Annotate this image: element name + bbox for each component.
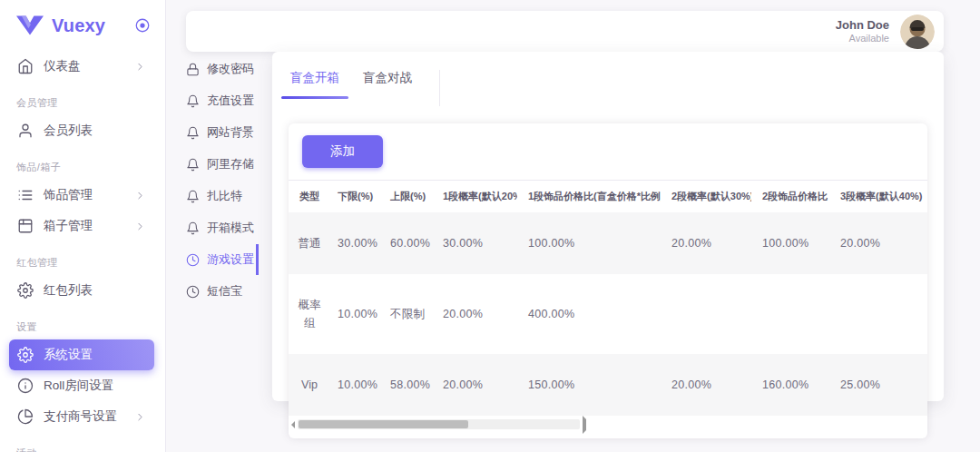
submenu-item[interactable]: 短信宝 bbox=[186, 276, 259, 307]
table-body: 普通30.00%60.00%30.00%100.00%20.00%100.00%… bbox=[289, 212, 927, 416]
chevron-right-icon bbox=[134, 61, 146, 73]
value-cell bbox=[661, 274, 751, 354]
column-header: 2段饰品价格比 bbox=[751, 181, 829, 213]
column-header: 3段概率(默认40%) bbox=[829, 181, 927, 213]
sidebar-item-label: 系统设置 bbox=[44, 347, 93, 363]
column-header: 类型 bbox=[289, 181, 327, 213]
table-row: 概率组10.00%不限制20.00%400.00% bbox=[289, 274, 927, 354]
table-header: 类型下限(%)上限(%)1段概率(默认20%)1段饰品价格比(盲盒价格*比例)2… bbox=[289, 181, 927, 213]
user-meta: John Doe Available bbox=[836, 18, 889, 45]
submenu-item-label: 短信宝 bbox=[207, 283, 242, 300]
sidebar-item-label: 仪表盘 bbox=[44, 58, 81, 74]
value-cell: 10.00% bbox=[327, 354, 379, 416]
value-cell: 150.00% bbox=[517, 354, 661, 416]
type-cell: Vip bbox=[289, 354, 327, 416]
value-cell: 20.00% bbox=[661, 354, 751, 416]
submenu-item-label: 开箱模式 bbox=[207, 220, 254, 236]
value-cell: 58.00% bbox=[379, 354, 432, 416]
table-toolbar: 添加 bbox=[289, 123, 927, 180]
sidebar-item-label: 支付商号设置 bbox=[44, 408, 117, 425]
value-cell: 20.00% bbox=[432, 354, 517, 416]
sidebar-section-label: 活动 bbox=[0, 447, 165, 452]
bell-icon bbox=[186, 126, 200, 140]
app-window: Vuexy 仪表盘会员管理会员列表饰品/箱子饰品管理箱子管理红包管理红包列表设置… bbox=[0, 0, 980, 452]
list-icon bbox=[17, 187, 34, 203]
user-name: John Doe bbox=[836, 18, 889, 33]
submenu-item[interactable]: 网站背景 bbox=[186, 117, 259, 148]
scrollbar-track[interactable] bbox=[298, 419, 580, 429]
tab-divider bbox=[439, 70, 440, 106]
home-icon bbox=[17, 58, 34, 74]
brand-header: Vuexy bbox=[0, 0, 165, 51]
submenu-item[interactable]: 游戏设置 bbox=[186, 244, 259, 275]
clock-icon bbox=[186, 285, 200, 299]
submenu-item[interactable]: 阿里存储 bbox=[186, 149, 259, 180]
top-navbar: John Doe Available bbox=[186, 11, 944, 52]
submenu-item[interactable]: 开箱模式 bbox=[186, 212, 259, 243]
info-icon bbox=[17, 378, 34, 394]
sidebar-item-label: 红包列表 bbox=[44, 282, 93, 299]
value-cell: 100.00% bbox=[751, 212, 829, 274]
value-cell: 25.00% bbox=[829, 354, 927, 416]
value-cell: 100.00% bbox=[517, 212, 661, 274]
tab-bar: 盲盒开箱 盲盒对战 bbox=[272, 52, 944, 106]
submenu-item[interactable]: 修改密码 bbox=[186, 54, 259, 84]
submenu-item[interactable]: 扎比特 bbox=[186, 181, 259, 211]
sidebar-item[interactable]: 箱子管理 bbox=[9, 211, 154, 241]
table-row: 普通30.00%60.00%30.00%100.00%20.00%100.00%… bbox=[289, 212, 927, 274]
chevron-right-icon bbox=[134, 411, 146, 423]
sidebar-item[interactable]: 饰品管理 bbox=[9, 180, 154, 211]
scroll-left-arrow-icon[interactable] bbox=[291, 421, 295, 428]
submenu-item-label: 网站背景 bbox=[207, 124, 254, 141]
submenu-item[interactable]: 充值设置 bbox=[186, 85, 259, 116]
column-header: 1段饰品价格比(盲盒价格*比例) bbox=[517, 181, 661, 213]
sidebar-item-label: Roll房间设置 bbox=[44, 378, 113, 394]
value-cell: 20.00% bbox=[661, 212, 751, 274]
sidebar-section-label: 红包管理 bbox=[0, 256, 165, 270]
box-icon bbox=[17, 218, 34, 234]
gear-icon bbox=[17, 347, 34, 363]
horizontal-scrollbar bbox=[291, 418, 925, 430]
chevron-right-icon bbox=[134, 221, 146, 232]
bell-icon bbox=[186, 221, 200, 235]
sidebar-item[interactable]: 红包列表 bbox=[9, 275, 154, 306]
tab-blindbox-open[interactable]: 盲盒开箱 bbox=[290, 70, 339, 99]
user-icon bbox=[17, 123, 34, 139]
sidebar-item[interactable]: 会员列表 bbox=[9, 115, 154, 146]
value-cell bbox=[751, 274, 829, 354]
add-button[interactable]: 添加 bbox=[302, 135, 383, 168]
sidebar-item[interactable]: Roll房间设置 bbox=[9, 370, 154, 401]
value-cell: 不限制 bbox=[379, 274, 432, 354]
value-cell bbox=[829, 274, 927, 354]
value-cell: 30.00% bbox=[327, 212, 379, 274]
scrollbar-thumb[interactable] bbox=[299, 420, 468, 428]
sidebar-item-label: 箱子管理 bbox=[44, 218, 93, 234]
submenu-item-label: 修改密码 bbox=[207, 61, 254, 77]
content-area: John Doe Available 修改密码充值设置网站背景阿里存储扎比特开箱… bbox=[166, 0, 980, 452]
sidebar-section-label: 饰品/箱子 bbox=[0, 161, 165, 174]
clock-icon bbox=[186, 253, 200, 267]
main-sidebar: Vuexy 仪表盘会员管理会员列表饰品/箱子饰品管理箱子管理红包管理红包列表设置… bbox=[0, 0, 166, 452]
sidebar-item[interactable]: 支付商号设置 bbox=[9, 401, 154, 432]
type-cell: 概率组 bbox=[289, 274, 327, 354]
bell-icon bbox=[186, 94, 200, 108]
user-status: Available bbox=[836, 33, 889, 45]
sidebar-item[interactable]: 仪表盘 bbox=[9, 51, 154, 82]
game-settings-panel: 添加 类型下限(%)上限(%)1段概率(默认20%)1段饰品价格比(盲盒价格*比… bbox=[289, 123, 927, 438]
scroll-right-arrow-icon[interactable] bbox=[583, 416, 925, 434]
submenu-item-label: 充值设置 bbox=[207, 93, 254, 109]
user-avatar[interactable] bbox=[900, 15, 935, 49]
submenu-item-label: 阿里存储 bbox=[207, 156, 254, 172]
column-header: 2段概率(默认30%) bbox=[661, 181, 751, 213]
submenu-item-label: 游戏设置 bbox=[207, 251, 254, 268]
sidebar-pin-toggle[interactable] bbox=[134, 17, 151, 34]
value-cell: 20.00% bbox=[829, 212, 927, 274]
sidebar-section-label: 会员管理 bbox=[0, 96, 165, 110]
column-header: 上限(%) bbox=[379, 181, 432, 213]
tab-blindbox-battle[interactable]: 盲盒对战 bbox=[363, 70, 412, 99]
settings-content: 修改密码充值设置网站背景阿里存储扎比特开箱模式游戏设置短信宝 盲盒开箱 盲盒对战… bbox=[186, 52, 944, 452]
value-cell: 30.00% bbox=[432, 212, 517, 274]
chevron-right-icon bbox=[134, 190, 146, 201]
type-cell: 普通 bbox=[289, 212, 327, 274]
sidebar-item[interactable]: 系统设置 bbox=[9, 339, 154, 370]
